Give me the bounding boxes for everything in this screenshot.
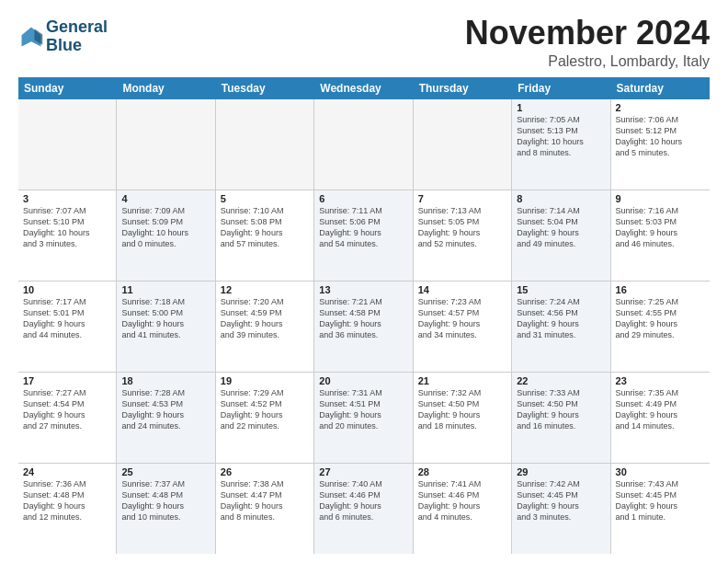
day-info: Sunrise: 7:10 AM Sunset: 5:08 PM Dayligh… — [221, 205, 309, 250]
calendar-row: 24Sunrise: 7:36 AM Sunset: 4:48 PM Dayli… — [18, 464, 710, 554]
day-number: 6 — [319, 193, 407, 204]
day-number: 14 — [418, 284, 506, 295]
day-info: Sunrise: 7:38 AM Sunset: 4:47 PM Dayligh… — [221, 478, 309, 523]
calendar-cell: 16Sunrise: 7:25 AM Sunset: 4:55 PM Dayli… — [611, 282, 710, 372]
day-number: 17 — [23, 375, 111, 386]
day-info: Sunrise: 7:23 AM Sunset: 4:57 PM Dayligh… — [418, 296, 506, 341]
day-number: 26 — [221, 466, 309, 477]
calendar-cell: 19Sunrise: 7:29 AM Sunset: 4:52 PM Dayli… — [216, 373, 314, 463]
calendar-cell: 20Sunrise: 7:31 AM Sunset: 4:51 PM Dayli… — [314, 373, 413, 463]
day-info: Sunrise: 7:17 AM Sunset: 5:01 PM Dayligh… — [23, 296, 111, 341]
day-number: 9 — [616, 193, 705, 204]
weekday-header: Thursday — [414, 77, 512, 99]
calendar-cell: 29Sunrise: 7:42 AM Sunset: 4:45 PM Dayli… — [512, 464, 610, 554]
calendar-row: 1Sunrise: 7:05 AM Sunset: 5:13 PM Daylig… — [18, 99, 710, 190]
day-info: Sunrise: 7:28 AM Sunset: 4:53 PM Dayligh… — [121, 387, 210, 432]
calendar-cell: 23Sunrise: 7:35 AM Sunset: 4:49 PM Dayli… — [611, 373, 710, 463]
day-info: Sunrise: 7:21 AM Sunset: 4:58 PM Dayligh… — [319, 296, 407, 341]
day-info: Sunrise: 7:16 AM Sunset: 5:03 PM Dayligh… — [616, 205, 705, 250]
calendar-cell: 13Sunrise: 7:21 AM Sunset: 4:58 PM Dayli… — [314, 282, 413, 372]
calendar-cell: 27Sunrise: 7:40 AM Sunset: 4:46 PM Dayli… — [314, 464, 413, 554]
day-number: 20 — [319, 375, 407, 386]
day-number: 15 — [517, 284, 605, 295]
weekday-header: Sunday — [18, 77, 117, 99]
calendar-cell — [414, 99, 512, 190]
calendar-cell: 21Sunrise: 7:32 AM Sunset: 4:50 PM Dayli… — [414, 373, 512, 463]
day-number: 10 — [23, 284, 111, 295]
calendar: SundayMondayTuesdayWednesdayThursdayFrid… — [18, 77, 710, 554]
calendar-cell: 24Sunrise: 7:36 AM Sunset: 4:48 PM Dayli… — [18, 464, 117, 554]
day-info: Sunrise: 7:36 AM Sunset: 4:48 PM Dayligh… — [23, 478, 111, 523]
calendar-cell: 11Sunrise: 7:18 AM Sunset: 5:00 PM Dayli… — [117, 282, 215, 372]
logo-line1: General — [46, 17, 108, 36]
day-info: Sunrise: 7:27 AM Sunset: 4:54 PM Dayligh… — [23, 387, 111, 432]
day-info: Sunrise: 7:13 AM Sunset: 5:05 PM Dayligh… — [418, 205, 506, 250]
page: General Blue November 2024 Palestro, Lom… — [0, 0, 728, 563]
calendar-cell: 25Sunrise: 7:37 AM Sunset: 4:48 PM Dayli… — [117, 464, 215, 554]
day-number: 4 — [121, 193, 210, 204]
day-info: Sunrise: 7:09 AM Sunset: 5:09 PM Dayligh… — [121, 205, 210, 250]
day-info: Sunrise: 7:14 AM Sunset: 5:04 PM Dayligh… — [517, 205, 605, 250]
calendar-header: SundayMondayTuesdayWednesdayThursdayFrid… — [18, 77, 710, 99]
day-info: Sunrise: 7:07 AM Sunset: 5:10 PM Dayligh… — [23, 205, 111, 250]
calendar-cell: 7Sunrise: 7:13 AM Sunset: 5:05 PM Daylig… — [414, 190, 512, 281]
day-number: 29 — [517, 466, 605, 477]
day-info: Sunrise: 7:11 AM Sunset: 5:06 PM Dayligh… — [319, 205, 407, 250]
calendar-cell: 3Sunrise: 7:07 AM Sunset: 5:10 PM Daylig… — [18, 190, 117, 281]
day-number: 12 — [221, 284, 309, 295]
day-number: 13 — [319, 284, 407, 295]
calendar-cell: 26Sunrise: 7:38 AM Sunset: 4:47 PM Dayli… — [216, 464, 314, 554]
day-info: Sunrise: 7:06 AM Sunset: 5:12 PM Dayligh… — [616, 114, 705, 159]
weekday-header: Friday — [512, 77, 610, 99]
day-info: Sunrise: 7:05 AM Sunset: 5:13 PM Dayligh… — [517, 114, 605, 159]
day-number: 3 — [23, 193, 111, 204]
calendar-cell: 18Sunrise: 7:28 AM Sunset: 4:53 PM Dayli… — [117, 373, 215, 463]
logo-line2: Blue — [46, 36, 82, 54]
weekday-header: Wednesday — [314, 77, 413, 99]
day-info: Sunrise: 7:24 AM Sunset: 4:56 PM Dayligh… — [517, 296, 605, 341]
calendar-cell: 30Sunrise: 7:43 AM Sunset: 4:45 PM Dayli… — [611, 464, 710, 554]
calendar-cell — [117, 99, 215, 190]
day-number: 2 — [616, 102, 705, 113]
day-info: Sunrise: 7:32 AM Sunset: 4:50 PM Dayligh… — [418, 387, 506, 432]
calendar-cell: 9Sunrise: 7:16 AM Sunset: 5:03 PM Daylig… — [611, 190, 710, 281]
calendar-cell — [314, 99, 413, 190]
day-number: 24 — [23, 466, 111, 477]
day-number: 28 — [418, 466, 506, 477]
day-info: Sunrise: 7:42 AM Sunset: 4:45 PM Dayligh… — [517, 478, 605, 523]
calendar-cell: 15Sunrise: 7:24 AM Sunset: 4:56 PM Dayli… — [512, 282, 610, 372]
logo: General Blue — [18, 18, 108, 55]
day-info: Sunrise: 7:20 AM Sunset: 4:59 PM Dayligh… — [221, 296, 309, 341]
calendar-body: 1Sunrise: 7:05 AM Sunset: 5:13 PM Daylig… — [18, 99, 710, 554]
day-number: 11 — [121, 284, 210, 295]
calendar-cell: 5Sunrise: 7:10 AM Sunset: 5:08 PM Daylig… — [216, 190, 314, 281]
calendar-cell: 12Sunrise: 7:20 AM Sunset: 4:59 PM Dayli… — [216, 282, 314, 372]
title-block: November 2024 Palestro, Lombardy, Italy — [465, 15, 710, 70]
calendar-cell: 17Sunrise: 7:27 AM Sunset: 4:54 PM Dayli… — [18, 373, 117, 463]
day-number: 16 — [616, 284, 705, 295]
calendar-cell: 10Sunrise: 7:17 AM Sunset: 5:01 PM Dayli… — [18, 282, 117, 372]
month-title: November 2024 — [465, 15, 710, 52]
day-number: 7 — [418, 193, 506, 204]
day-number: 8 — [517, 193, 605, 204]
logo-icon — [18, 24, 44, 50]
day-info: Sunrise: 7:35 AM Sunset: 4:49 PM Dayligh… — [616, 387, 705, 432]
calendar-cell: 14Sunrise: 7:23 AM Sunset: 4:57 PM Dayli… — [414, 282, 512, 372]
day-info: Sunrise: 7:31 AM Sunset: 4:51 PM Dayligh… — [319, 387, 407, 432]
day-number: 5 — [221, 193, 309, 204]
calendar-cell — [18, 99, 117, 190]
day-number: 1 — [517, 102, 605, 113]
day-info: Sunrise: 7:37 AM Sunset: 4:48 PM Dayligh… — [121, 478, 210, 523]
calendar-cell: 8Sunrise: 7:14 AM Sunset: 5:04 PM Daylig… — [512, 190, 610, 281]
day-info: Sunrise: 7:25 AM Sunset: 4:55 PM Dayligh… — [616, 296, 705, 341]
day-number: 30 — [616, 466, 705, 477]
day-info: Sunrise: 7:41 AM Sunset: 4:46 PM Dayligh… — [418, 478, 506, 523]
weekday-header: Monday — [117, 77, 215, 99]
calendar-cell: 22Sunrise: 7:33 AM Sunset: 4:50 PM Dayli… — [512, 373, 610, 463]
calendar-cell: 2Sunrise: 7:06 AM Sunset: 5:12 PM Daylig… — [611, 99, 710, 190]
calendar-row: 3Sunrise: 7:07 AM Sunset: 5:10 PM Daylig… — [18, 190, 710, 282]
day-number: 27 — [319, 466, 407, 477]
calendar-cell: 4Sunrise: 7:09 AM Sunset: 5:09 PM Daylig… — [117, 190, 215, 281]
day-number: 25 — [121, 466, 210, 477]
calendar-cell — [216, 99, 314, 190]
